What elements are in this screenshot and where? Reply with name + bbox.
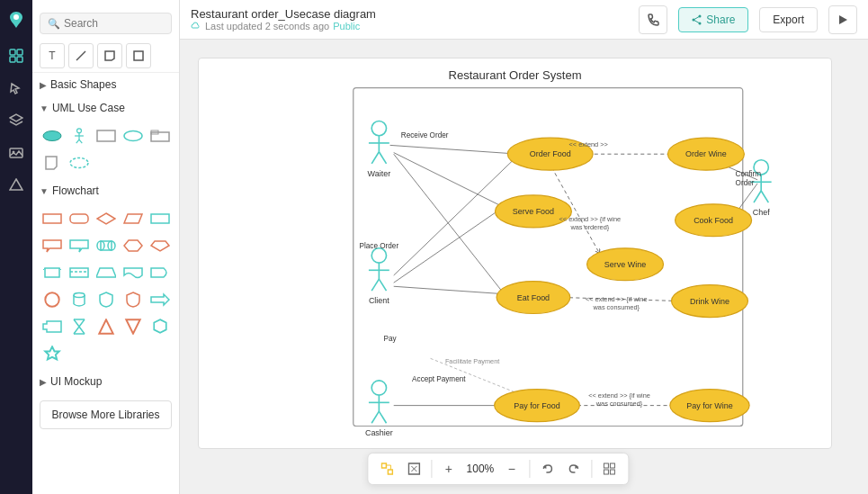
uml-arrow: ▼ — [40, 103, 49, 113]
ui-mockup-header[interactable]: ▶ UI Mockup — [32, 370, 179, 393]
shapes-icon-btn[interactable] — [0, 40, 32, 72]
accept-payment-label: Accept Payment — [412, 375, 466, 383]
line-tool[interactable] — [68, 43, 94, 68]
shapes2-icon-btn[interactable] — [0, 169, 32, 202]
fc-stadium[interactable] — [94, 233, 119, 258]
grid-btn[interactable] — [597, 457, 621, 481]
fc-speech[interactable] — [40, 233, 65, 258]
browse-libraries-btn[interactable]: Browse More Libraries — [40, 400, 172, 429]
note-tool[interactable] — [97, 43, 122, 68]
fc-triangle-down[interactable] — [121, 314, 146, 339]
fc-hexagon2[interactable] — [148, 314, 173, 339]
phone-btn[interactable] — [639, 5, 667, 34]
fc-rounded[interactable] — [67, 206, 92, 231]
svg-point-36 — [45, 292, 58, 306]
fc-shield[interactable] — [94, 287, 119, 312]
usecase-pay-wine[interactable]: Pay for Wine — [670, 390, 749, 422]
sep1 — [431, 460, 432, 478]
basic-shapes-header[interactable]: ▶ Basic Shapes — [32, 73, 179, 96]
fc-rect[interactable] — [40, 206, 65, 231]
undo-btn[interactable] — [535, 457, 559, 481]
layers-icon-btn[interactable] — [0, 104, 32, 137]
uml-package[interactable] — [148, 123, 173, 148]
fc-delay[interactable] — [148, 260, 173, 285]
svg-text:Cashier: Cashier — [365, 428, 393, 437]
text-tool[interactable]: T — [40, 43, 65, 68]
app-logo[interactable] — [0, 0, 32, 40]
play-btn[interactable] — [828, 5, 857, 34]
extend-label-4b: was consumed} — [595, 400, 643, 408]
usecase-drink-wine[interactable]: Drink Wine — [672, 285, 748, 318]
header-subtitle: Last updated 2 seconds ago Public — [191, 21, 376, 31]
uml-ellipse[interactable] — [40, 123, 65, 148]
last-updated-text: Last updated 2 seconds ago — [205, 21, 329, 31]
fit-btn[interactable] — [402, 457, 425, 481]
zoom-in-btn[interactable]: + — [437, 457, 461, 481]
actor-client[interactable]: Client — [369, 248, 389, 305]
search-box[interactable]: 🔍 — [40, 13, 172, 34]
share-btn[interactable]: Share — [678, 7, 748, 32]
visibility-badge: Public — [333, 21, 360, 31]
svg-text:Waiter: Waiter — [368, 169, 391, 178]
fc-parallelogram[interactable] — [121, 206, 146, 231]
usecase-serve-wine[interactable]: Serve Wine — [587, 248, 664, 281]
svg-marker-22 — [97, 213, 115, 224]
snap-btn[interactable] — [375, 457, 398, 481]
uml-usecase-header[interactable]: ▼ UML Use Case — [32, 96, 179, 120]
fc-badge[interactable] — [121, 287, 146, 312]
ui-mockup-label: UI Mockup — [50, 375, 102, 388]
svg-text:Pay for Food: Pay for Food — [514, 401, 559, 410]
fc-circle[interactable] — [40, 287, 65, 312]
uml-note[interactable] — [40, 150, 65, 175]
fc-triangle-up[interactable] — [94, 314, 119, 339]
fc-step[interactable] — [40, 314, 65, 339]
diagram-container[interactable]: Restaurant Order System — [198, 58, 832, 449]
fc-doc[interactable] — [121, 260, 146, 285]
uml-actor[interactable] — [67, 123, 92, 148]
fc-callout[interactable] — [67, 233, 92, 258]
cloud-icon — [191, 21, 201, 31]
uml-rounded[interactable] — [121, 123, 146, 148]
image-icon-btn[interactable] — [0, 137, 32, 169]
redo-btn[interactable] — [562, 457, 586, 481]
extend-label-3b: was consumed} — [593, 303, 640, 311]
fc-rect2[interactable] — [148, 206, 173, 231]
fc-star[interactable] — [40, 341, 65, 366]
svg-line-51 — [694, 16, 700, 20]
usecase-cook-food[interactable]: Cook Food — [676, 204, 752, 237]
actor-waiter[interactable]: Waiter — [368, 121, 391, 177]
ui-mockup-arrow: ▶ — [40, 377, 47, 387]
svg-point-60 — [371, 121, 386, 135]
zoom-out-btn[interactable]: − — [500, 457, 523, 481]
actor-cashier[interactable]: Cashier — [365, 381, 393, 437]
fc-hourglass[interactable] — [67, 314, 92, 339]
svg-marker-28 — [124, 240, 142, 251]
usecase-pay-food[interactable]: Pay for Food — [495, 390, 580, 422]
svg-rect-103 — [388, 470, 392, 474]
fc-separator[interactable] — [67, 260, 92, 285]
svg-text:Order Food: Order Food — [530, 149, 571, 158]
fc-diamond[interactable] — [94, 206, 119, 231]
uml-rect[interactable] — [94, 123, 119, 148]
svg-rect-33 — [70, 268, 88, 277]
flowchart-header[interactable]: ▼ Flowchart — [32, 179, 179, 202]
fc-trapezoid[interactable] — [94, 260, 119, 285]
fc-cylinder[interactable] — [67, 287, 92, 312]
diagram-title-text: Restaurant Order System — [448, 68, 581, 82]
svg-marker-23 — [124, 214, 142, 223]
usecase-order-wine[interactable]: Order Wine — [667, 138, 744, 170]
fc-rect3[interactable] — [40, 260, 65, 285]
cursor-icon-btn[interactable] — [0, 72, 32, 104]
svg-marker-47 — [45, 346, 58, 359]
frame-tool[interactable] — [126, 43, 151, 68]
uml-dashed-ellipse[interactable] — [67, 150, 92, 175]
search-input[interactable] — [64, 17, 164, 30]
fc-hexagon[interactable] — [121, 233, 146, 258]
svg-line-63 — [371, 152, 379, 164]
usecase-eat-food[interactable]: Eat Food — [497, 282, 570, 314]
export-btn[interactable]: Export — [759, 7, 818, 32]
svg-point-9 — [43, 131, 61, 141]
canvas-area[interactable]: Restaurant Order System — [180, 40, 868, 494]
fc-pentagon[interactable] — [148, 233, 173, 258]
fc-arrow-r[interactable] — [148, 287, 173, 312]
